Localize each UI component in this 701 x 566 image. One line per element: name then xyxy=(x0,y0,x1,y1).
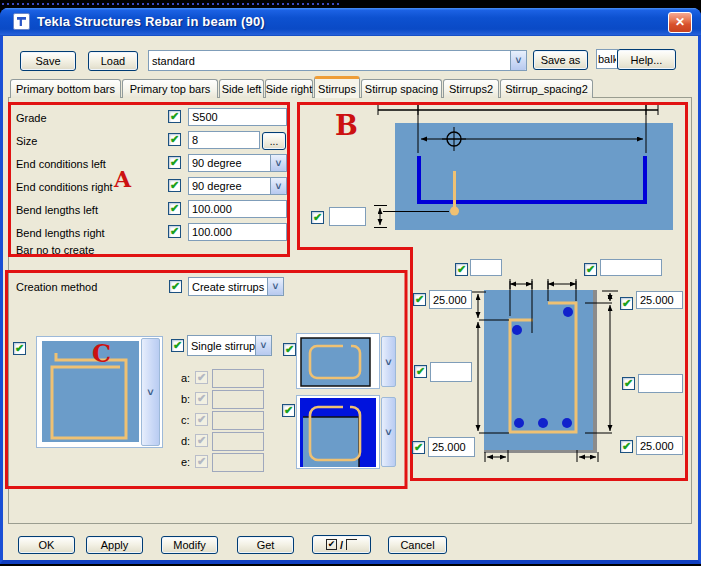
dim-d-label: d: xyxy=(181,435,190,447)
preset-combobox[interactable]: standard ˅ xyxy=(148,50,527,71)
toggle-all-checkboxes-button[interactable]: ✔ / xyxy=(312,535,371,554)
cover-upper-left-field[interactable] xyxy=(429,290,472,309)
region-label-a: A xyxy=(114,166,131,192)
stirrup-shape-checkbox[interactable]: ✔ xyxy=(13,342,26,355)
stirrup-shape-dropdown-strip[interactable]: ˅ xyxy=(141,338,160,446)
check-icon: ✔ xyxy=(622,298,631,309)
chevron-down-icon[interactable]: ˅ xyxy=(270,155,286,171)
apply-button[interactable]: Apply xyxy=(86,536,143,554)
stirrup-type-select[interactable]: Single stirrup ˅ xyxy=(187,335,272,356)
check-icon: ✔ xyxy=(170,157,179,168)
end-conditions-left-checkbox[interactable]: ✔ xyxy=(168,156,181,169)
creation-method-select[interactable]: Create stirrups ˅ xyxy=(188,277,284,296)
creation-method-label: Creation method xyxy=(16,281,97,293)
dim-b-label: b: xyxy=(181,393,190,405)
check-icon: ✔ xyxy=(170,134,179,145)
creation-method-checkbox[interactable]: ✔ xyxy=(169,280,182,293)
grade-checkbox[interactable]: ✔ xyxy=(168,110,181,123)
dim-c-label: c: xyxy=(181,414,190,426)
tab-stirrups2[interactable]: Stirrups2 xyxy=(443,79,499,98)
cover-top-right-field[interactable] xyxy=(600,259,662,276)
tab-side-right[interactable]: Side right xyxy=(265,79,313,98)
stirrup-style2-dropdown-strip[interactable]: ˅ xyxy=(381,397,396,467)
tab-primary-bottom-bars[interactable]: Primary bottom bars xyxy=(10,79,121,98)
load-button[interactable]: Load xyxy=(88,51,138,71)
bend-lengths-left-checkbox[interactable]: ✔ xyxy=(168,202,181,215)
dim-e-checkbox: ✔ xyxy=(195,455,208,468)
cover-upper-right-checkbox[interactable]: ✔ xyxy=(620,297,633,310)
app-icon xyxy=(13,13,30,30)
bend-lengths-right-checkbox[interactable]: ✔ xyxy=(168,225,181,238)
chevron-down-icon[interactable]: ˅ xyxy=(255,336,271,355)
grade-label: Grade xyxy=(16,112,47,124)
check-icon: ✔ xyxy=(284,405,293,416)
stirrup-style2-picker-frame[interactable] xyxy=(296,395,380,469)
screenshot-stage: Tekla Structures Rebar in beam (90) ✕ Sa… xyxy=(0,0,701,566)
cover-top-right-checkbox[interactable]: ✔ xyxy=(584,263,597,276)
check-icon: ✔ xyxy=(197,456,206,467)
tab-stirrup-spacing2[interactable]: Stirrup_spacing2 xyxy=(500,79,593,98)
preset-value: standard xyxy=(149,55,510,67)
elevation-offset-checkbox[interactable]: ✔ xyxy=(311,211,324,224)
stirrup-style1-checkbox[interactable]: ✔ xyxy=(283,343,296,356)
cover-mid-left-checkbox[interactable]: ✔ xyxy=(414,365,427,378)
end-conditions-left-label: End conditions left xyxy=(16,158,106,170)
tab-side-left[interactable]: Side left xyxy=(219,79,264,98)
dim-d-field xyxy=(212,432,264,451)
stirrup-style1-picker-frame[interactable] xyxy=(296,333,380,389)
dim-a-field xyxy=(212,369,264,388)
check-icon: ✔ xyxy=(170,180,179,191)
bend-lengths-right-field[interactable] xyxy=(188,223,287,241)
elevation-offset-field[interactable] xyxy=(329,207,366,226)
chevron-down-icon[interactable]: ˅ xyxy=(267,278,283,295)
tab-stirrup-spacing[interactable]: Stirrup spacing xyxy=(361,79,442,98)
size-browse-button[interactable]: ... xyxy=(262,132,286,150)
cover-upper-right-field[interactable] xyxy=(636,291,683,309)
cover-bottom-right-checkbox[interactable]: ✔ xyxy=(620,440,633,453)
end-conditions-right-value: 90 degree xyxy=(189,180,270,192)
cancel-button[interactable]: Cancel xyxy=(388,536,447,554)
save-as-button[interactable]: Save as xyxy=(533,50,588,70)
side-text-field[interactable] xyxy=(596,49,618,69)
end-conditions-right-select[interactable]: 90 degree ˅ xyxy=(188,177,287,195)
cover-upper-left-checkbox[interactable]: ✔ xyxy=(413,293,426,306)
tab-stirrups[interactable]: Stirrups xyxy=(314,76,360,98)
ok-button[interactable]: OK xyxy=(18,536,75,554)
chevron-down-icon[interactable]: ˅ xyxy=(270,178,286,194)
cover-top-left-field[interactable] xyxy=(470,259,502,276)
end-conditions-right-checkbox[interactable]: ✔ xyxy=(168,179,181,192)
close-icon[interactable]: ✕ xyxy=(668,12,692,33)
cover-mid-right-checkbox[interactable]: ✔ xyxy=(622,377,635,390)
stirrup-style2-checkbox[interactable]: ✔ xyxy=(282,404,295,417)
cover-mid-right-field[interactable] xyxy=(638,374,683,393)
dim-c-field xyxy=(212,411,264,430)
check-icon: ✔ xyxy=(197,435,206,446)
end-conditions-left-value: 90 degree xyxy=(189,157,270,169)
help-button[interactable]: Help... xyxy=(617,49,676,70)
cover-bottom-left-field[interactable] xyxy=(428,437,475,457)
size-checkbox[interactable]: ✔ xyxy=(168,133,181,146)
stirrup-type-checkbox[interactable]: ✔ xyxy=(171,339,184,352)
get-button[interactable]: Get xyxy=(237,536,294,554)
cover-bottom-right-field[interactable] xyxy=(636,436,683,455)
end-conditions-left-select[interactable]: 90 degree ˅ xyxy=(188,154,287,172)
cover-mid-left-field[interactable] xyxy=(430,362,472,382)
modify-button[interactable]: Modify xyxy=(161,536,218,554)
check-icon: ✔ xyxy=(285,344,294,355)
check-icon: ✔ xyxy=(170,111,179,122)
cover-bottom-left-checkbox[interactable]: ✔ xyxy=(412,441,425,454)
cover-top-left-checkbox[interactable]: ✔ xyxy=(455,263,468,276)
check-icon: ✔ xyxy=(416,366,425,377)
grade-field[interactable] xyxy=(188,108,287,126)
save-button[interactable]: Save xyxy=(20,51,76,71)
chevron-down-icon[interactable]: ˅ xyxy=(510,51,526,70)
region-label-c: C xyxy=(92,339,111,368)
bend-lengths-left-field[interactable] xyxy=(188,200,287,218)
size-field[interactable] xyxy=(188,131,260,149)
stirrup-style1-dropdown-strip[interactable]: ˅ xyxy=(381,336,396,387)
check-icon: ✔ xyxy=(414,442,423,453)
tab-primary-top-bars[interactable]: Primary top bars xyxy=(122,79,218,98)
bend-lengths-right-label: Bend lengths right xyxy=(16,227,105,239)
check-icon: ✔ xyxy=(197,393,206,404)
check-icon: ✔ xyxy=(415,294,424,305)
